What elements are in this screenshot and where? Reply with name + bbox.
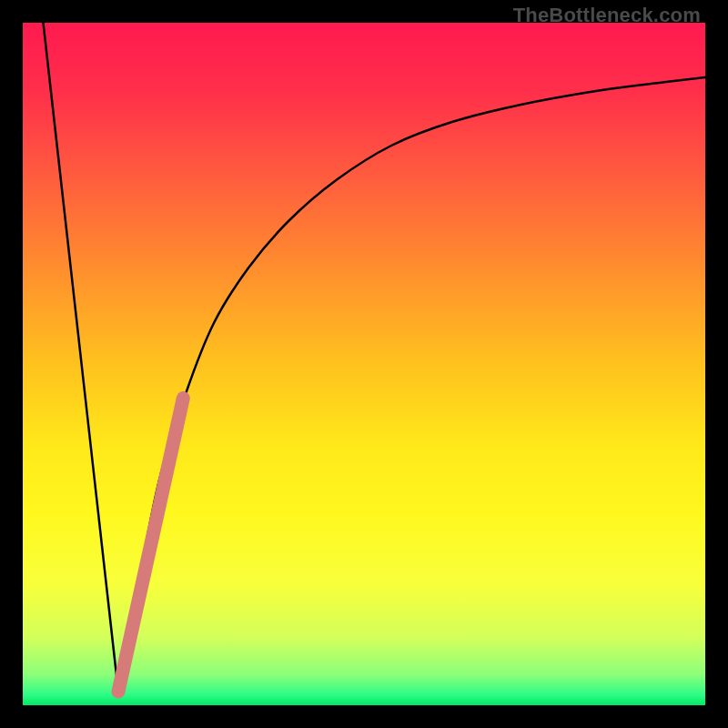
chart-frame: TheBottleneck.com — [0, 0, 728, 728]
highlight-segment — [118, 399, 183, 693]
plot-area — [23, 23, 705, 705]
curve-layer — [23, 23, 705, 705]
